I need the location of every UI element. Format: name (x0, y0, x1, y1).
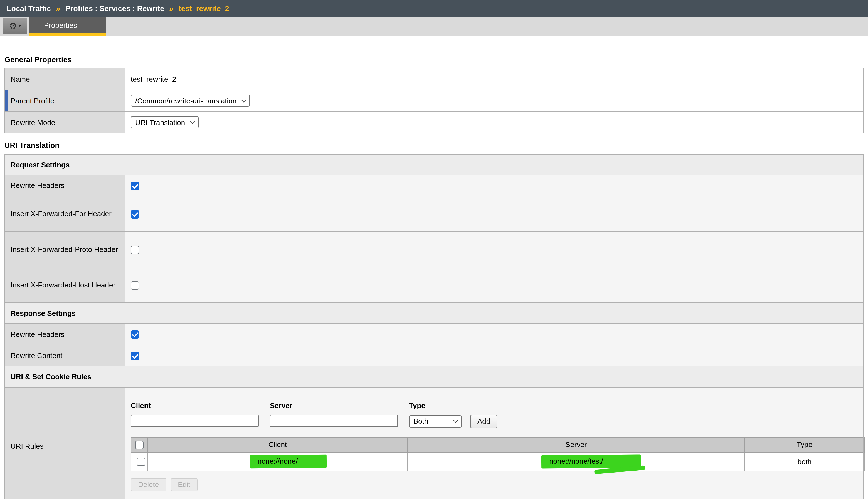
select-all-checkbox[interactable] (135, 441, 144, 449)
breadcrumb-path[interactable]: Profiles : Services : Rewrite (66, 4, 164, 13)
column-header-type: Type (745, 437, 864, 452)
cookie-rules-header-row: URI & Set Cookie Rules (5, 366, 863, 387)
green-highlight-annotation: none://none/test/ (547, 456, 605, 467)
breadcrumb-local-traffic[interactable]: Local Traffic (7, 4, 51, 13)
main-content: General Properties Name test_rewrite_2 P… (0, 56, 868, 499)
uri-rules-table: Client Server Type none://none/ (131, 437, 865, 471)
chevron-down-icon (190, 119, 195, 124)
general-properties-heading: General Properties (4, 56, 864, 64)
column-header-client: Client (148, 437, 407, 452)
general-properties-table: Name test_rewrite_2 Parent Profile /Comm… (4, 68, 864, 133)
rewrite-headers-request-row: Rewrite Headers (5, 175, 863, 196)
rewrite-mode-label: Rewrite Mode (5, 111, 125, 133)
response-settings-header-row: Response Settings (5, 303, 863, 323)
uri-translation-table: Request Settings Rewrite Headers Insert … (4, 154, 864, 499)
rewrite-content-row: Rewrite Content (5, 345, 863, 366)
rewrite-headers-response-checkbox[interactable] (131, 330, 139, 339)
rewrite-headers-response-row: Rewrite Headers (5, 323, 863, 345)
cookie-rules-header: URI & Set Cookie Rules (5, 366, 863, 387)
caret-down-icon: ▾ (19, 24, 21, 28)
green-highlight-annotation: none://none/ (255, 456, 300, 467)
request-settings-header-row: Request Settings (5, 154, 863, 175)
row-label: Insert X-Forwarded-Host Header (5, 267, 125, 303)
rewrite-content-checkbox[interactable] (131, 352, 139, 360)
name-value: test_rewrite_2 (125, 68, 863, 90)
x-forwarded-proto-checkbox[interactable] (131, 245, 139, 254)
tab-bar: ⚙ ▾ Properties (0, 17, 868, 36)
request-settings-header: Request Settings (5, 154, 863, 175)
uri-rules-table-header-row: Client Server Type (131, 437, 864, 452)
uri-rules-row: URI Rules Client Server Type (5, 387, 863, 499)
row-label: Insert X-Forwarded-Proto Header (5, 232, 125, 267)
delete-button[interactable]: Delete (131, 478, 166, 491)
x-forwarded-for-row: Insert X-Forwarded-For Header (5, 196, 863, 232)
rewrite-mode-selected-value: URI Translation (135, 118, 185, 126)
x-forwarded-host-checkbox[interactable] (131, 281, 139, 289)
gear-menu-button[interactable]: ⚙ ▾ (3, 18, 27, 35)
uri-translation-heading: URI Translation (4, 141, 864, 149)
add-button[interactable]: Add (470, 414, 497, 428)
client-field-label: Client (131, 401, 270, 410)
breadcrumb: Local Traffic » Profiles : Services : Re… (0, 0, 868, 17)
type-selected-value: Both (413, 417, 428, 425)
chevron-down-icon (241, 98, 246, 102)
table-row: none://none/ none://none/test/ both (131, 452, 864, 471)
column-header-server: Server (407, 437, 745, 452)
uri-rule-form: Client Server Type Both (131, 401, 857, 428)
breadcrumb-current-item: test_rewrite_2 (179, 4, 229, 13)
server-input[interactable] (270, 414, 398, 427)
server-field-label: Server (270, 401, 409, 410)
x-forwarded-host-row: Insert X-Forwarded-Host Header (5, 267, 863, 303)
rewrite-headers-request-checkbox[interactable] (131, 182, 139, 190)
breadcrumb-separator-icon: » (169, 4, 174, 13)
uri-rules-label: URI Rules (5, 387, 125, 499)
rewrite-mode-row: Rewrite Mode URI Translation (5, 111, 863, 133)
parent-profile-row: Parent Profile /Common/rewrite-uri-trans… (5, 90, 863, 111)
parent-profile-select[interactable]: /Common/rewrite-uri-translation (131, 95, 250, 107)
name-label: Name (5, 68, 125, 90)
response-settings-header: Response Settings (5, 303, 863, 323)
x-forwarded-proto-row: Insert X-Forwarded-Proto Header (5, 232, 863, 267)
row-label: Rewrite Content (5, 345, 125, 366)
uri-rules-buttons: Delete Edit (131, 478, 857, 491)
rule-server-value: none://none/test/ (547, 457, 605, 465)
rewrite-profile-page: Local Traffic » Profiles : Services : Re… (0, 0, 868, 499)
rewrite-mode-select[interactable]: URI Translation (131, 116, 198, 129)
rule-client-value: none://none/ (255, 457, 300, 465)
row-label: Rewrite Headers (5, 175, 125, 196)
name-row: Name test_rewrite_2 (5, 68, 863, 90)
row-label: Rewrite Headers (5, 323, 125, 345)
parent-profile-selected-value: /Common/rewrite-uri-translation (135, 96, 237, 105)
edit-button[interactable]: Edit (170, 478, 198, 491)
client-input[interactable] (131, 414, 259, 427)
parent-profile-label: Parent Profile (5, 90, 125, 111)
row-label: Insert X-Forwarded-For Header (5, 196, 125, 232)
rule-type-value: both (745, 452, 864, 471)
type-field-label: Type (409, 401, 497, 410)
type-select[interactable]: Both (409, 415, 462, 427)
breadcrumb-separator-icon: » (56, 4, 60, 13)
tab-properties[interactable]: Properties (29, 17, 106, 36)
row-checkbox[interactable] (137, 458, 145, 466)
chevron-down-icon (453, 418, 458, 423)
x-forwarded-for-checkbox[interactable] (131, 210, 139, 218)
gear-icon: ⚙ (9, 22, 17, 31)
